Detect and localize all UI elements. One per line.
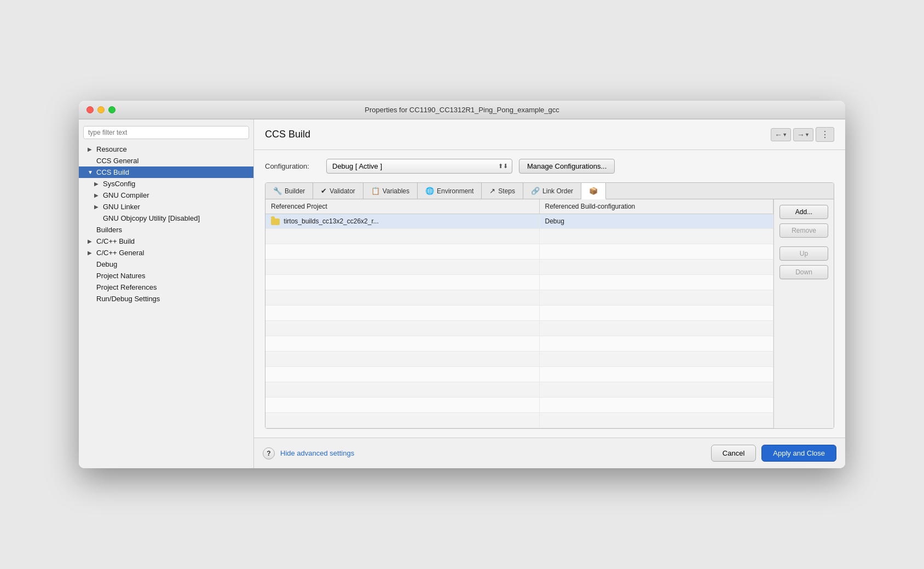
col-header-project: Referenced Project (265, 199, 539, 214)
table-row-empty (265, 244, 773, 260)
more-icon: ⋮ (821, 130, 829, 139)
tab-content: Referenced Project Referenced Build-conf… (265, 199, 834, 428)
dropdown-arrow-icon: ▼ (782, 132, 787, 137)
variables-icon: 📋 (371, 187, 380, 195)
sidebar-item-project-natures[interactable]: Project Natures (79, 270, 253, 281)
environment-icon: 🌐 (425, 187, 434, 195)
filter-input[interactable] (83, 126, 249, 139)
properties-dialog: Properties for CC1190_CC1312R1_Ping_Pong… (79, 101, 845, 468)
config-label: Configuration: (265, 162, 320, 170)
tab-environment[interactable]: 🌐 Environment (418, 183, 482, 199)
cancel-button[interactable]: Cancel (711, 445, 756, 462)
tab-builder[interactable]: 🔧 Builder (265, 183, 313, 199)
configuration-select[interactable]: Debug [ Active ] (326, 159, 512, 174)
table-area: Referenced Project Referenced Build-conf… (265, 199, 773, 428)
help-button[interactable]: ? (263, 447, 275, 459)
sidebar-item-label: Project References (96, 283, 157, 291)
window-body: ▶ Resource CCS General ▼ CCS Build ▶ Sys… (79, 119, 845, 468)
validator-icon: ✔ (321, 187, 327, 195)
add-button[interactable]: Add... (779, 205, 828, 219)
cell-project: tirtos_builds_cc13x2_cc26x2_r... (265, 214, 539, 229)
panel-title: CCS Build (265, 129, 310, 140)
nav-icons: ← ▼ → ▼ ⋮ (771, 127, 834, 142)
remove-button[interactable]: Remove (779, 223, 828, 238)
sidebar-item-label: Resource (96, 145, 127, 153)
sidebar-item-builders[interactable]: Builders (79, 224, 253, 235)
folder-icon (271, 219, 280, 225)
sidebar-item-label: CCS General (96, 157, 138, 165)
traffic-lights (86, 106, 116, 113)
references-table: Referenced Project Referenced Build-conf… (265, 199, 773, 428)
chevron-right-icon: ▶ (94, 181, 101, 187)
table-row-empty (265, 260, 773, 275)
table-row-empty (265, 229, 773, 244)
back-button[interactable]: ← ▼ (771, 128, 791, 141)
titlebar: Properties for CC1190_CC1312R1_Ping_Pong… (79, 101, 845, 119)
sidebar-item-resource[interactable]: ▶ Resource (79, 143, 253, 155)
sidebar-item-label: Project Natures (96, 272, 146, 280)
back-icon: ← (775, 130, 782, 139)
sidebar-item-cpp-build[interactable]: ▶ C/C++ Build (79, 235, 253, 247)
sidebar-item-label: Run/Debug Settings (96, 295, 160, 303)
more-options-button[interactable]: ⋮ (816, 127, 834, 142)
sidebar-item-label: Debug (96, 260, 117, 268)
sidebar-item-label: CCS Build (96, 168, 129, 176)
sidebar-item-sysconfig[interactable]: ▶ SysConfig (79, 178, 253, 189)
table-row-empty (265, 413, 773, 428)
cell-config: Debug (539, 214, 773, 229)
tab-extra[interactable]: 📦 (581, 183, 606, 199)
sidebar-item-run-debug[interactable]: Run/Debug Settings (79, 293, 253, 304)
table-row-empty (265, 398, 773, 413)
table-row-empty (265, 382, 773, 398)
close-button[interactable] (86, 106, 94, 113)
sidebar-item-label: SysConfig (103, 180, 135, 188)
sidebar-item-ccs-build[interactable]: ▼ CCS Build (79, 166, 253, 178)
tab-bar: 🔧 Builder ✔ Validator 📋 Variables 🌐 (265, 183, 834, 199)
forward-button[interactable]: → ▼ (793, 128, 813, 141)
chevron-right-icon: ▶ (88, 250, 94, 256)
manage-configurations-button[interactable]: Manage Configurations... (519, 159, 615, 174)
chevron-right-icon: ▶ (94, 192, 101, 198)
table-row-empty (265, 321, 773, 336)
tab-steps[interactable]: ↗ Steps (482, 183, 523, 199)
chevron-right-icon: ▶ (88, 238, 94, 244)
sidebar-item-label: Builders (96, 226, 122, 234)
sidebar-item-gnu-linker[interactable]: ▶ GNU Linker (79, 201, 253, 212)
sidebar-item-debug[interactable]: Debug (79, 258, 253, 270)
forward-icon: → (797, 130, 805, 139)
sidebar-item-project-references[interactable]: Project References (79, 281, 253, 293)
table-row-empty (265, 306, 773, 321)
dropdown-arrow-icon: ▼ (805, 132, 810, 137)
table-row[interactable]: tirtos_builds_cc13x2_cc26x2_r... Debug (265, 214, 773, 229)
sidebar-item-gnu-objcopy[interactable]: GNU Objcopy Utility [Disabled] (79, 212, 253, 224)
footer-right: Cancel Apply and Close (711, 445, 836, 462)
chevron-right-icon: ▶ (94, 204, 101, 210)
main-panel: CCS Build ← ▼ → ▼ ⋮ (254, 119, 845, 468)
tab-link-order[interactable]: 🔗 Link Order (523, 183, 581, 199)
table-row-empty (265, 367, 773, 382)
sidebar-item-cpp-general[interactable]: ▶ C/C++ General (79, 247, 253, 258)
sidebar-item-ccs-general[interactable]: CCS General (79, 155, 253, 166)
minimize-button[interactable] (97, 106, 105, 113)
sidebar-item-label: GNU Compiler (103, 191, 149, 199)
apply-close-button[interactable]: Apply and Close (761, 445, 836, 462)
maximize-button[interactable] (108, 106, 116, 113)
table-row-empty (265, 290, 773, 306)
table-row-empty (265, 275, 773, 290)
col-header-config: Referenced Build-configuration (539, 199, 773, 214)
down-button[interactable]: Down (779, 265, 828, 279)
link-order-icon: 🔗 (531, 187, 540, 195)
hide-advanced-link[interactable]: Hide advanced settings (280, 449, 354, 457)
chevron-right-icon: ▶ (88, 146, 94, 152)
tab-label: Variables (383, 187, 409, 195)
tab-validator[interactable]: ✔ Validator (313, 183, 363, 199)
sidebar-item-gnu-compiler[interactable]: ▶ GNU Compiler (79, 189, 253, 201)
main-header: CCS Build ← ▼ → ▼ ⋮ (254, 119, 845, 150)
sidebar-item-label: C/C++ General (96, 249, 144, 257)
up-button[interactable]: Up (779, 246, 828, 261)
extra-icon: 📦 (589, 187, 598, 195)
configuration-row: Configuration: Debug [ Active ] ⬆⬇ Manag… (265, 159, 834, 174)
sidebar-item-label: GNU Objcopy Utility [Disabled] (103, 214, 200, 222)
footer: ? Hide advanced settings Cancel Apply an… (254, 438, 845, 468)
tab-variables[interactable]: 📋 Variables (363, 183, 418, 199)
